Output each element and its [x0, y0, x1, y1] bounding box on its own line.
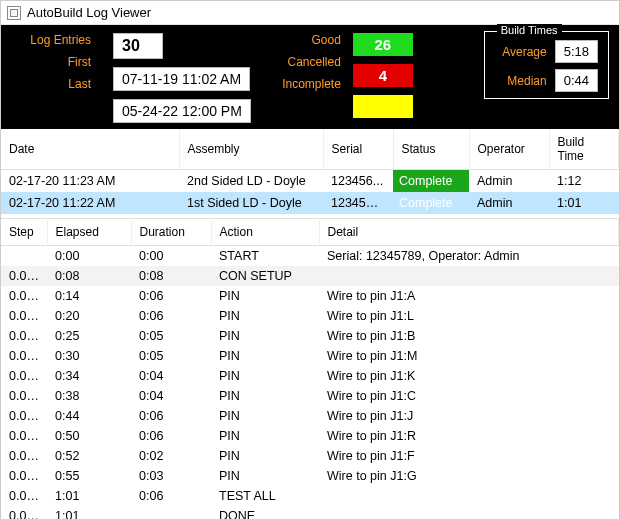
cell-elapsed: 0:08: [47, 266, 131, 286]
titlebar: AutoBuild Log Viewer: [1, 1, 619, 25]
cell-elapsed: 0:14: [47, 286, 131, 306]
col-duration[interactable]: Duration: [131, 219, 211, 246]
steps-table[interactable]: Step Elapsed Duration Action Detail 0:00…: [1, 218, 619, 519]
cell-duration: 0:06: [131, 286, 211, 306]
cell-elapsed: 0:52: [47, 446, 131, 466]
cell-build_time: 1:12: [549, 170, 619, 193]
cell-duration: 0:00: [131, 246, 211, 267]
table-row[interactable]: 0.0.0.....0:200:06PINWire to pin J1:L: [1, 306, 619, 326]
col-build-time[interactable]: Build Time: [549, 129, 619, 170]
cell-elapsed: 0:00: [47, 246, 131, 267]
cell-action: PIN: [211, 406, 319, 426]
table-row[interactable]: 0.0.0.....0:500:06PINWire to pin J1:R: [1, 426, 619, 446]
table-row[interactable]: 0:000:00STARTSerial: 12345789, Operator:…: [1, 246, 619, 267]
cell-duration: 0:06: [131, 426, 211, 446]
cell-assembly: 2nd Sided LD - Doyle: [179, 170, 323, 193]
good-count: 26: [353, 33, 413, 56]
cell-elapsed: 0:50: [47, 426, 131, 446]
steps-header-row: Step Elapsed Duration Action Detail: [1, 219, 619, 246]
cell-detail: [319, 486, 619, 506]
table-row[interactable]: 0.0.0.00:080:08CON SETUP: [1, 266, 619, 286]
col-assembly[interactable]: Assembly: [179, 129, 323, 170]
col-action[interactable]: Action: [211, 219, 319, 246]
cell-elapsed: 0:34: [47, 366, 131, 386]
cell-duration: 0:06: [131, 486, 211, 506]
table-row[interactable]: 0.0.0.....0:300:05PINWire to pin J1:M: [1, 346, 619, 366]
cell-detail: [319, 266, 619, 286]
cell-action: PIN: [211, 306, 319, 326]
cell-duration: 0:05: [131, 346, 211, 366]
cell-detail: Wire to pin J1:L: [319, 306, 619, 326]
cell-detail: Wire to pin J1:G: [319, 466, 619, 486]
col-detail[interactable]: Detail: [319, 219, 619, 246]
cell-serial: 12345789: [323, 192, 393, 214]
cell-step: 0.0.0.....: [1, 306, 47, 326]
cell-date: 02-17-20 11:23 AM: [1, 170, 179, 193]
cell-action: PIN: [211, 346, 319, 366]
cell-action: PIN: [211, 386, 319, 406]
cell-detail: Wire to pin J1:F: [319, 446, 619, 466]
cell-step: 0.0.0.2: [1, 486, 47, 506]
cell-duration: [131, 506, 211, 519]
summary-panel: Log Entries First Last 30 07-11-19 11:02…: [1, 25, 619, 129]
cell-duration: 0:05: [131, 326, 211, 346]
col-date[interactable]: Date: [1, 129, 179, 170]
cell-detail: Wire to pin J1:K: [319, 366, 619, 386]
cell-detail: Serial: 12345789, Operator: Admin: [319, 246, 619, 267]
table-row[interactable]: 0.0.0.....0:380:04PINWire to pin J1:C: [1, 386, 619, 406]
incomplete-label: Incomplete: [271, 77, 341, 91]
table-row[interactable]: 0.0.0.21:010:06TEST ALL: [1, 486, 619, 506]
cell-elapsed: 0:38: [47, 386, 131, 406]
last-label: Last: [11, 77, 91, 91]
table-row[interactable]: 02-17-20 11:23 AM2nd Sided LD - Doyle123…: [1, 170, 619, 193]
cell-detail: Wire to pin J1:R: [319, 426, 619, 446]
cell-action: TEST ALL: [211, 486, 319, 506]
cell-action: START: [211, 246, 319, 267]
incomplete-count: [353, 95, 413, 118]
cell-duration: 0:06: [131, 306, 211, 326]
cell-step: 0.0.0.....: [1, 406, 47, 426]
col-status[interactable]: Status: [393, 129, 469, 170]
table-row[interactable]: 0.0.0.21:01DONE: [1, 506, 619, 519]
cell-duration: 0:06: [131, 406, 211, 426]
cell-action: CON SETUP: [211, 266, 319, 286]
cell-step: 0.0.0.....: [1, 426, 47, 446]
cell-detail: Wire to pin J1:C: [319, 386, 619, 406]
table-row[interactable]: 0.0.0.....0:340:04PINWire to pin J1:K: [1, 366, 619, 386]
col-serial[interactable]: Serial: [323, 129, 393, 170]
table-row[interactable]: 0.0.0.....0:520:02PINWire to pin J1:F: [1, 446, 619, 466]
cell-build_time: 1:01: [549, 192, 619, 214]
cell-action: PIN: [211, 326, 319, 346]
good-label: Good: [271, 33, 341, 47]
cell-assembly: 1st Sided LD - Doyle: [179, 192, 323, 214]
col-elapsed[interactable]: Elapsed: [47, 219, 131, 246]
entries-table[interactable]: Date Assembly Serial Status Operator Bui…: [1, 129, 619, 214]
cell-operator: Admin: [469, 192, 549, 214]
col-operator[interactable]: Operator: [469, 129, 549, 170]
cell-step: 0.0.0.0: [1, 266, 47, 286]
cell-elapsed: 0:20: [47, 306, 131, 326]
first-label: First: [11, 55, 91, 69]
log-entries-label: Log Entries: [11, 33, 91, 47]
entries-header-row: Date Assembly Serial Status Operator Bui…: [1, 129, 619, 170]
table-row[interactable]: 0.0.0.....0:440:06PINWire to pin J1:J: [1, 406, 619, 426]
median-label: Median: [495, 74, 547, 88]
cell-elapsed: 0:25: [47, 326, 131, 346]
table-row[interactable]: 0.0.0.....0:140:06PINWire to pin J1:A: [1, 286, 619, 306]
app-window: AutoBuild Log Viewer Log Entries First L…: [0, 0, 620, 519]
cell-elapsed: 0:30: [47, 346, 131, 366]
cell-action: PIN: [211, 426, 319, 446]
table-row[interactable]: 0.0.0.....0:550:03PINWire to pin J1:G: [1, 466, 619, 486]
cell-step: 0.0.0.....: [1, 446, 47, 466]
table-row[interactable]: 0.0.0.....0:250:05PINWire to pin J1:B: [1, 326, 619, 346]
cell-detail: Wire to pin J1:B: [319, 326, 619, 346]
table-row[interactable]: 02-17-20 11:22 AM1st Sided LD - Doyle123…: [1, 192, 619, 214]
col-step[interactable]: Step: [1, 219, 47, 246]
cell-date: 02-17-20 11:22 AM: [1, 192, 179, 214]
cell-step: 0.0.0.....: [1, 286, 47, 306]
cell-status: Complete: [393, 192, 469, 214]
last-value: 05-24-22 12:00 PM: [113, 99, 251, 123]
average-value: 5:18: [555, 40, 598, 63]
first-value: 07-11-19 11:02 AM: [113, 67, 250, 91]
cell-duration: 0:03: [131, 466, 211, 486]
